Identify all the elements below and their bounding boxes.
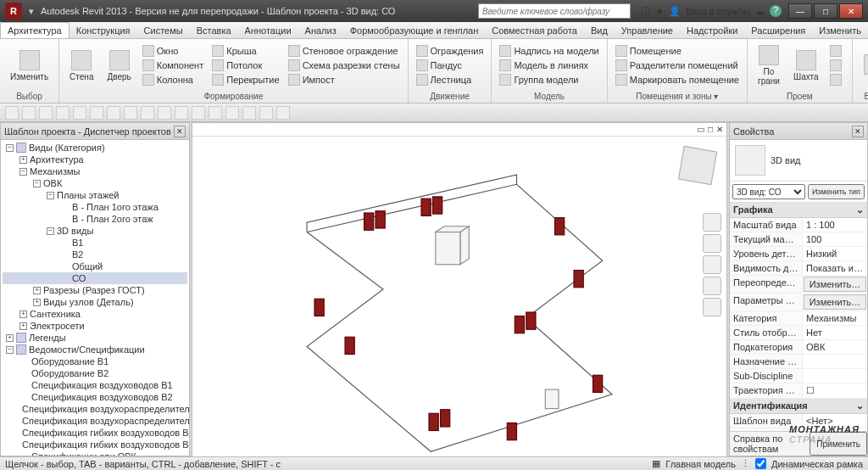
- ribbon-button[interactable]: Разделители помещений: [613, 59, 742, 72]
- ribbon-tab[interactable]: Вид: [584, 22, 615, 38]
- qat-btn[interactable]: [259, 106, 273, 120]
- tree-node[interactable]: Спецификации ави ОВК: [3, 450, 187, 456]
- tree-node[interactable]: −Ведомости/Спецификации: [3, 344, 187, 355]
- tree-node[interactable]: Спецификация гибких воздуховодов В1: [3, 427, 187, 439]
- prop-group-header[interactable]: Идентификация⌄: [730, 399, 867, 414]
- nav-orbit-icon[interactable]: [703, 277, 721, 295]
- ribbon-button[interactable]: Окно: [140, 44, 206, 58]
- prop-row[interactable]: Масштаб вида1 : 100: [730, 218, 867, 232]
- prop-group-header[interactable]: Графика⌄: [730, 203, 867, 218]
- tree-node[interactable]: В1: [3, 237, 187, 249]
- tree-toggle-icon[interactable]: +: [19, 322, 27, 330]
- prop-row[interactable]: Переопредел…Изменить…: [730, 276, 867, 294]
- edit-type-button[interactable]: Изменить тип: [808, 184, 865, 199]
- qat-btn[interactable]: [192, 106, 205, 120]
- tree-toggle-icon[interactable]: +: [33, 299, 41, 306]
- ribbon-button[interactable]: Дверь: [102, 41, 136, 90]
- ribbon-tab[interactable]: Анализ: [298, 22, 343, 38]
- tree-node[interactable]: −Механизмы: [3, 165, 187, 177]
- search-input[interactable]: [478, 3, 631, 19]
- ribbon-button[interactable]: [827, 73, 847, 87]
- ribbon-button[interactable]: Модель в линиях: [497, 59, 601, 72]
- tree-toggle-icon[interactable]: −: [47, 227, 54, 235]
- prop-row[interactable]: Видимость де…Показать и…: [730, 261, 867, 276]
- ribbon-button[interactable]: Шахта: [788, 41, 824, 90]
- tree-toggle-icon[interactable]: −: [6, 144, 14, 152]
- prop-value[interactable]: <Нет>: [803, 414, 867, 428]
- qat-btn[interactable]: [242, 106, 256, 120]
- tree-toggle-icon[interactable]: −: [19, 168, 27, 176]
- ribbon-tab[interactable]: Надстройки: [680, 22, 744, 38]
- ribbon-tab[interactable]: Архитектура: [0, 22, 70, 38]
- close-button[interactable]: ✕: [839, 3, 863, 19]
- prop-value[interactable]: Изменить…: [804, 294, 866, 310]
- ribbon-button[interactable]: Схема разрезки стены: [286, 59, 403, 72]
- ribbon-button[interactable]: Компонент: [140, 59, 206, 72]
- qat-btn[interactable]: [276, 106, 290, 120]
- prop-row[interactable]: Шаблон вида<Нет>: [730, 414, 867, 428]
- prop-value[interactable]: Показать и…: [803, 261, 867, 275]
- prop-value[interactable]: ☐: [803, 383, 867, 398]
- help-icon[interactable]: ?: [770, 5, 782, 17]
- panel-close-icon[interactable]: ✕: [174, 126, 186, 137]
- qat-btn[interactable]: [107, 106, 120, 120]
- minimize-button[interactable]: —: [788, 3, 812, 19]
- info-icon[interactable]: ⓘ: [641, 5, 650, 18]
- ribbon-tab[interactable]: Вставка: [190, 22, 238, 38]
- prop-row[interactable]: Уровень дета…Низкий: [730, 247, 867, 261]
- ribbon-tab[interactable]: Формообразующие и генплан: [343, 22, 486, 38]
- ribbon-button[interactable]: Помещение: [613, 44, 742, 58]
- prop-value[interactable]: Механизмы: [803, 311, 867, 325]
- tree-node[interactable]: Общий: [3, 260, 187, 272]
- qat-btn[interactable]: [56, 106, 70, 120]
- maximize-button[interactable]: □: [814, 3, 837, 19]
- tree-node[interactable]: −3D виды: [3, 225, 187, 237]
- star-icon[interactable]: ★: [655, 6, 664, 17]
- nav-look-icon[interactable]: [703, 298, 721, 316]
- tree-toggle-icon[interactable]: +: [19, 311, 27, 318]
- tree-node[interactable]: −Виды (Категория): [3, 142, 187, 154]
- user-icon[interactable]: 👤: [669, 6, 681, 17]
- type-selector[interactable]: 3D вид: СО: [732, 184, 805, 199]
- tree-node[interactable]: −Планы этажей: [3, 189, 187, 201]
- tree-node[interactable]: Спецификация воздуховодов В1: [3, 379, 187, 391]
- tree-node[interactable]: Спецификация воздухораспределителей В2: [3, 415, 187, 427]
- prop-row[interactable]: КатегорияМеханизмы: [730, 311, 867, 326]
- apply-button[interactable]: Применить: [810, 432, 867, 456]
- login-link[interactable]: Вход в службы: [686, 6, 750, 16]
- ribbon-button[interactable]: Группа модели: [497, 73, 601, 87]
- ribbon-button[interactable]: [858, 41, 868, 90]
- tree-node[interactable]: СО: [3, 272, 187, 284]
- tree-toggle-icon[interactable]: +: [19, 156, 27, 164]
- 3d-canvas[interactable]: [192, 137, 726, 470]
- ribbon-button[interactable]: Крыша: [209, 44, 281, 58]
- ribbon-tab[interactable]: Управление: [615, 22, 680, 38]
- view-min-icon[interactable]: ▭: [697, 125, 704, 134]
- prop-row[interactable]: Sub-Discipline: [730, 369, 867, 383]
- tree-node[interactable]: +Архитектура: [3, 154, 187, 165]
- panel-close-icon[interactable]: ✕: [852, 126, 864, 137]
- prop-row[interactable]: Траектория с…☐: [730, 383, 867, 399]
- nav-pan-icon[interactable]: [703, 234, 721, 253]
- qat-btn[interactable]: [90, 106, 103, 120]
- prop-value[interactable]: [803, 355, 867, 368]
- project-browser-header[interactable]: Шаблон проекта - Диспетчер проектов ✕: [1, 123, 189, 140]
- prop-value[interactable]: 100: [803, 232, 867, 246]
- ribbon-button[interactable]: Маркировать помещение: [613, 73, 742, 87]
- nav-home-icon[interactable]: [703, 213, 721, 232]
- tree-node[interactable]: Спецификация воздуховодов В2: [3, 391, 187, 403]
- tree-node[interactable]: Оборудование В1: [3, 355, 187, 367]
- prop-value[interactable]: Низкий: [803, 247, 867, 260]
- tree-node[interactable]: +Сантехника: [3, 308, 187, 320]
- ribbon-tab[interactable]: Совместная работа: [485, 22, 584, 38]
- tree-node[interactable]: Спецификация воздухораспределителей В1: [3, 403, 187, 415]
- prop-value[interactable]: [803, 369, 867, 383]
- prop-row[interactable]: Параметры о…Изменить…: [730, 294, 867, 311]
- prop-value[interactable]: Изменить…: [804, 277, 866, 292]
- prop-value[interactable]: Нет: [803, 326, 867, 339]
- tree-node[interactable]: Оборудование В2: [3, 367, 187, 379]
- ribbon-button[interactable]: [827, 44, 847, 58]
- tree-toggle-icon[interactable]: −: [47, 192, 54, 199]
- qat-btn[interactable]: [22, 106, 36, 120]
- ribbon-button[interactable]: Изменить: [5, 41, 53, 90]
